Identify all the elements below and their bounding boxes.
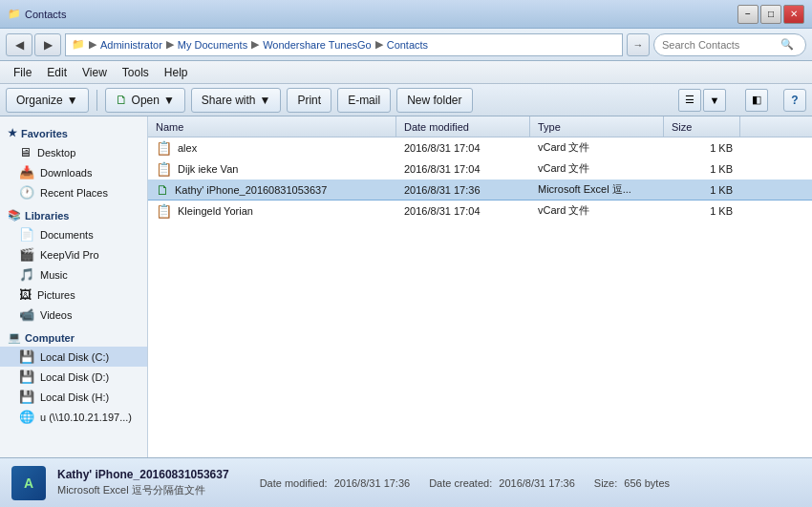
search-bar[interactable]: 🔍 — [653, 33, 806, 56]
table-row[interactable]: 📋 Dijk ieke Van 2016/8/31 17:04 vCard 文件… — [148, 158, 812, 180]
menu-bar: File Edit View Tools Help — [0, 61, 812, 84]
sidebar-item-recent[interactable]: 🕐 Recent Places — [0, 182, 147, 202]
status-file-name: Kathy' iPhone_20160831053637 — [57, 468, 229, 481]
menu-file[interactable]: File — [6, 64, 39, 81]
view-dropdown-button[interactable]: ▼ — [703, 89, 726, 112]
sidebar-item-local-c-label: Local Disk (C:) — [40, 351, 109, 363]
sidebar-item-music[interactable]: 🎵 Music — [0, 264, 147, 285]
sidebar-item-local-h[interactable]: 💾 Local Disk (H:) — [0, 387, 147, 407]
sidebar-item-videos-label: Videos — [40, 309, 72, 321]
status-date-created: Date created: 2016/8/31 17:36 — [429, 477, 575, 489]
vcard-file-icon: 📋 — [156, 203, 172, 219]
status-details: Date modified: 2016/8/31 17:36 Date crea… — [260, 477, 670, 489]
sidebar-item-videos[interactable]: 📹 Videos — [0, 305, 147, 325]
videos-icon: 📹 — [19, 307, 34, 322]
sidebar-item-keepvid[interactable]: 🎬 KeepVid Pro — [0, 244, 147, 264]
favorites-header[interactable]: ★ Favorites — [0, 124, 147, 142]
file-cell-type: Microsoft Excel 逗... — [530, 182, 664, 197]
maximize-button[interactable]: □ — [760, 5, 781, 24]
sidebar-item-documents[interactable]: 📄 Documents — [0, 224, 147, 244]
email-button[interactable]: E-mail — [337, 88, 391, 113]
desktop-icon: 🖥 — [19, 145, 32, 159]
col-header-name[interactable]: Name — [148, 116, 396, 137]
window-title: Contacts — [25, 9, 66, 20]
sidebar-item-local-d[interactable]: 💾 Local Disk (D:) — [0, 367, 147, 387]
status-size: Size: 656 bytes — [594, 477, 670, 489]
vcard-file-icon: 📋 — [156, 140, 172, 156]
menu-help[interactable]: Help — [157, 64, 196, 81]
breadcrumb-contacts[interactable]: Contacts — [387, 39, 428, 51]
table-row[interactable]: 📋 alex 2016/8/31 17:04 vCard 文件 1 KB — [148, 137, 812, 158]
search-input[interactable] — [662, 39, 777, 51]
col-header-size[interactable]: Size — [664, 116, 740, 137]
file-cell-type: vCard 文件 — [530, 161, 664, 176]
help-button[interactable]: ? — [783, 89, 806, 112]
sidebar-item-downloads-label: Downloads — [40, 167, 92, 179]
computer-label: Computer — [25, 332, 75, 344]
sidebar-item-desktop[interactable]: 🖥 Desktop — [0, 142, 147, 162]
file-cell-name: 🗋 Kathy' iPhone_20160831053637 — [148, 182, 396, 198]
back-button[interactable]: ◀ — [6, 33, 32, 56]
forward-button[interactable]: ▶ — [34, 33, 61, 56]
sidebar-item-local-d-label: Local Disk (D:) — [40, 371, 109, 383]
sidebar-item-network[interactable]: 🌐 u (\\10.10.21.197...) — [0, 407, 147, 427]
file-cell-size: 1 KB — [664, 163, 740, 175]
share-button[interactable]: Share with ▼ — [191, 88, 282, 113]
file-cell-date: 2016/8/31 17:36 — [396, 184, 530, 196]
view-details-button[interactable]: ☰ — [678, 89, 701, 112]
libraries-label: Libraries — [25, 210, 69, 222]
size-label: Size: — [594, 477, 617, 489]
table-row[interactable]: 🗋 Kathy' iPhone_20160831053637 2016/8/31… — [148, 180, 812, 201]
organize-label: Organize — [16, 94, 63, 107]
col-header-type[interactable]: Type — [530, 116, 664, 137]
file-cell-size: 1 KB — [664, 142, 740, 154]
status-bar: A Kathy' iPhone_20160831053637 Microsoft… — [0, 457, 812, 507]
show-preview-button[interactable]: ◧ — [745, 89, 768, 112]
new-folder-label: New folder — [407, 94, 461, 107]
open-button[interactable]: 🗋 Open ▼ — [105, 88, 185, 113]
excel-icon: 🗋 — [116, 93, 128, 107]
libraries-header[interactable]: 📚 Libraries — [0, 206, 147, 224]
breadcrumb-icon: 📁 — [72, 38, 85, 51]
close-button[interactable]: ✕ — [783, 5, 804, 24]
computer-header[interactable]: 💻 Computer — [0, 328, 147, 347]
go-button[interactable]: → — [627, 33, 650, 56]
network-icon: 🌐 — [19, 410, 34, 424]
file-name-text: Kathy' iPhone_20160831053637 — [175, 184, 327, 196]
file-cell-size: 1 KB — [664, 205, 740, 217]
file-rows-container: 📋 alex 2016/8/31 17:04 vCard 文件 1 KB 📋 D… — [148, 137, 812, 222]
sidebar-item-pictures[interactable]: 🖼 Pictures — [0, 285, 147, 305]
menu-tools[interactable]: Tools — [115, 64, 157, 81]
file-cell-date: 2016/8/31 17:04 — [396, 163, 530, 175]
file-name-text: alex — [178, 142, 197, 154]
col-header-date[interactable]: Date modified — [396, 116, 530, 137]
sidebar: ★ Favorites 🖥 Desktop 📥 Downloads 🕐 Rece… — [0, 116, 148, 457]
sidebar-item-keepvid-label: KeepVid Pro — [40, 249, 99, 261]
recent-icon: 🕐 — [19, 185, 34, 200]
status-file-subtype: Microsoft Excel 逗号分隔值文件 — [57, 483, 229, 497]
favorites-section: ★ Favorites 🖥 Desktop 📥 Downloads 🕐 Rece… — [0, 124, 147, 202]
breadcrumb-tunesgo[interactable]: Wondershare TunesGo — [263, 39, 372, 51]
breadcrumb-admin[interactable]: Administrator — [100, 39, 162, 51]
view-buttons: ☰ ▼ — [678, 89, 726, 112]
file-cell-size: 1 KB — [664, 184, 740, 196]
sidebar-item-local-c[interactable]: 💾 Local Disk (C:) — [0, 347, 147, 367]
sidebar-item-downloads[interactable]: 📥 Downloads — [0, 162, 147, 182]
libraries-icon: 📚 — [8, 209, 21, 222]
organize-button[interactable]: Organize ▼ — [6, 88, 89, 113]
status-date-modified: Date modified: 2016/8/31 17:36 — [260, 477, 411, 489]
date-modified-label: Date modified: — [260, 477, 328, 489]
sidebar-item-music-label: Music — [40, 269, 68, 281]
documents-icon: 📄 — [19, 227, 34, 242]
new-folder-button[interactable]: New folder — [396, 88, 472, 113]
breadcrumb-mydocs[interactable]: My Documents — [178, 39, 247, 51]
pictures-icon: 🖼 — [19, 287, 32, 302]
file-cell-name: 📋 alex — [148, 140, 396, 156]
favorites-label: Favorites — [21, 128, 68, 139]
print-button[interactable]: Print — [287, 88, 331, 113]
table-row[interactable]: 📋 Kleingeld Yorian 2016/8/31 17:04 vCard… — [148, 201, 812, 222]
minimize-button[interactable]: − — [737, 5, 759, 24]
menu-view[interactable]: View — [75, 64, 115, 81]
menu-edit[interactable]: Edit — [39, 64, 75, 81]
share-label: Share with — [202, 94, 256, 107]
